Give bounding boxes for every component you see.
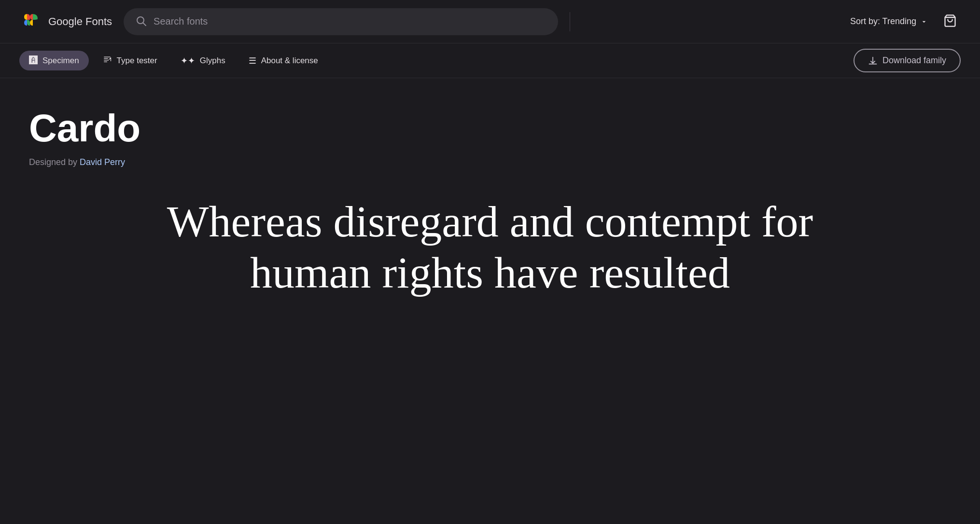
tab-type-tester-label: Type tester [117,56,157,66]
designer-link[interactable]: David Perry [80,157,125,167]
sort-button[interactable]: Sort by: Trending [850,16,928,27]
tab-specimen-label: Specimen [42,56,79,66]
tab-about-label: About & license [261,56,318,66]
cart-button[interactable] [939,10,961,33]
type-tester-icon [102,55,112,67]
download-icon [868,56,878,66]
chevron-down-icon [920,18,928,26]
sort-divider [570,12,570,31]
tab-specimen[interactable]: 🅰 Specimen [19,51,89,70]
header: Google Fonts Sort by: Trending [0,0,980,43]
about-icon: ☰ [249,55,256,66]
designer-prefix: Designed by [29,157,80,167]
tab-glyphs[interactable]: ✦✦ Glyphs [171,51,235,71]
svg-line-1 [143,23,146,26]
google-fonts-logo-icon [19,10,42,33]
tab-glyphs-label: Glyphs [200,56,225,66]
logo-area: Google Fonts [19,10,112,33]
search-bar[interactable] [124,8,558,35]
tab-about[interactable]: ☰ About & license [239,51,328,71]
header-right: Sort by: Trending [850,10,961,33]
specimen-icon: 🅰 [29,55,38,66]
specimen-line-1: Whereas disregard and contempt for [48,196,932,248]
search-input[interactable] [154,16,546,27]
type-tester-svg-icon [102,55,112,64]
search-icon [135,15,147,28]
logo-text: Google Fonts [48,15,112,28]
download-family-label: Download family [882,55,946,66]
sort-label: Sort by: Trending [850,16,916,27]
specimen-line-2: human rights have resulted [48,248,932,299]
download-family-button[interactable]: Download family [854,49,961,72]
glyphs-icon: ✦✦ [181,55,195,66]
designer-line: Designed by David Perry [29,157,951,167]
tab-bar: 🅰 Specimen Type tester ✦✦ Glyphs ☰ About… [0,43,980,78]
specimen-text: Whereas disregard and contempt for human… [29,196,951,299]
tab-type-tester[interactable]: Type tester [93,50,167,71]
main-content: Cardo Designed by David Perry Whereas di… [0,78,980,318]
font-name: Cardo [29,107,951,150]
cart-icon [943,14,957,28]
